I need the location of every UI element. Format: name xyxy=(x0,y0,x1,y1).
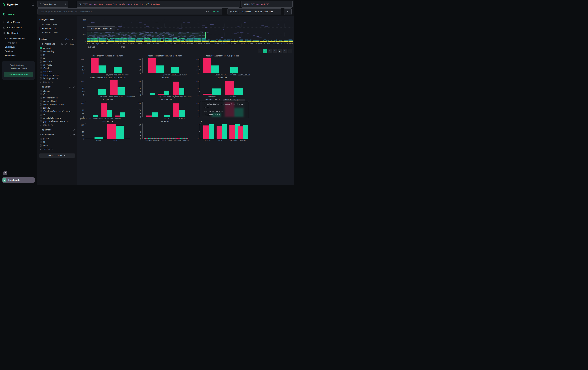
show-more-button[interactable]: Show more xyxy=(39,80,75,83)
inlier-bar[interactable] xyxy=(116,126,124,139)
outlier-bar[interactable] xyxy=(203,58,211,73)
preset-kubernetes[interactable]: Kubernetes xyxy=(0,53,37,58)
user-menu[interactable]: U Local mode xyxy=(2,177,35,183)
time-range-picker[interactable]: Sep 14 22:04:35 - Sep 15 10:04:35 xyxy=(228,8,281,15)
outlier-bar[interactable] xyxy=(230,125,235,139)
page-button-2[interactable]: 2 xyxy=(268,49,272,53)
analysis-mode-results-table[interactable]: Results Table xyxy=(40,23,75,27)
create-dashboard-button[interactable]: + Create Dashboard xyxy=(0,36,37,41)
search-icon[interactable] xyxy=(69,86,71,88)
filter-option-currency[interactable]: currency xyxy=(39,63,75,67)
search-icon[interactable] xyxy=(61,43,63,45)
filter-option-get[interactable]: GET xyxy=(39,113,75,116)
inlier-bar[interactable] xyxy=(234,88,243,95)
pin-icon[interactable] xyxy=(73,86,75,88)
checkbox[interactable] xyxy=(40,60,42,63)
show-more-button[interactable]: Show more xyxy=(39,123,75,126)
page-button-3[interactable]: 3 xyxy=(273,49,277,53)
checkbox[interactable] xyxy=(40,144,42,147)
outlier-bar[interactable] xyxy=(173,103,179,117)
sidebar-item-client-sessions[interactable]: Client Sessions xyxy=(0,25,37,30)
pin-icon[interactable] xyxy=(73,129,75,131)
inlier-bar[interactable] xyxy=(152,112,158,117)
checkbox[interactable] xyxy=(40,54,42,56)
filter-option-frontend[interactable]: frontend xyxy=(39,70,75,73)
inlier-bar[interactable] xyxy=(150,93,155,95)
filter-option-eventlistener-error[interactable]: eventListener.error xyxy=(39,103,75,106)
filter-option-ad[interactable]: ad xyxy=(39,53,75,57)
help-button[interactable]: ? xyxy=(3,171,7,175)
filter-group-header[interactable]: ServiceNameClear xyxy=(39,43,75,45)
inlier-bar[interactable] xyxy=(231,67,238,73)
inlier-bar[interactable] xyxy=(164,115,170,117)
inlier-bar[interactable] xyxy=(243,125,248,139)
checkbox[interactable] xyxy=(40,67,42,69)
inlier-bar[interactable] xyxy=(212,89,221,95)
pin-icon[interactable] xyxy=(65,43,67,45)
preset-services[interactable]: Services xyxy=(0,49,37,53)
page-button-1[interactable]: 1 xyxy=(263,49,267,53)
outlier-bar[interactable] xyxy=(115,116,120,117)
language-lucene-option[interactable]: Lucene xyxy=(213,10,220,13)
filter-option-documentload[interactable]: documentLoad xyxy=(39,100,75,103)
inlier-bar[interactable] xyxy=(211,65,219,73)
page-prev-button[interactable]: ‹ xyxy=(258,49,262,53)
filter-option-ok[interactable]: Ok xyxy=(39,140,75,144)
outlier-bar[interactable] xyxy=(225,81,234,95)
outlier-bar[interactable] xyxy=(158,94,164,95)
filter-option-error[interactable]: Error xyxy=(39,137,75,140)
sidebar-item-dashboards[interactable]: Dashboards xyxy=(0,30,37,36)
checkbox[interactable] xyxy=(40,93,42,95)
inlier-bar[interactable] xyxy=(106,110,112,117)
presets-toggle[interactable]: PRESETS xyxy=(0,41,37,45)
filter-group-header[interactable]: SpanName xyxy=(39,86,75,88)
analysis-mode-event-patterns[interactable]: Event Patterns xyxy=(40,30,75,34)
more-filters-button[interactable]: More filters xyxy=(39,153,75,158)
clear-group-button[interactable]: Clear xyxy=(70,43,75,45)
filter-option-unset[interactable]: Unset xyxy=(39,144,75,147)
filter-option-getadsbycategory[interactable]: getAdsByCategory xyxy=(39,116,75,120)
inlier-bar[interactable] xyxy=(222,124,227,139)
outlier-bar[interactable] xyxy=(173,81,179,95)
language-sql-option[interactable]: SQL xyxy=(206,10,210,13)
heatmap-canvas[interactable] xyxy=(87,20,293,42)
page-next-button[interactable]: › xyxy=(288,49,292,53)
get-started-button[interactable]: Get Started for Free xyxy=(4,72,33,77)
checkbox[interactable] xyxy=(40,90,42,92)
outlier-bar[interactable] xyxy=(238,126,243,139)
inlier-bar[interactable] xyxy=(99,65,106,73)
page-button-5[interactable]: 5 xyxy=(283,49,287,53)
checkbox[interactable] xyxy=(40,47,42,49)
inlier-bar[interactable] xyxy=(209,124,214,139)
sidebar-item-search[interactable]: Search xyxy=(0,11,37,17)
inlier-bar[interactable] xyxy=(98,89,106,95)
filter-option-documentfetch[interactable]: documentFetch xyxy=(39,96,75,100)
inlier-bar[interactable] xyxy=(156,65,164,73)
filter-option-flagd-evaluation-v1-serv-[interactable]: flagd.evaluation.v1.Serv… xyxy=(39,110,75,113)
inlier-bar[interactable] xyxy=(171,67,179,73)
inlier-bar[interactable] xyxy=(164,90,169,95)
order-by-input[interactable]: ORDER BY Timestamp DESC xyxy=(242,1,293,8)
checkbox[interactable] xyxy=(40,57,42,59)
checkbox[interactable] xyxy=(40,138,42,140)
checkbox[interactable] xyxy=(40,50,42,52)
filter-by-selection-button[interactable]: Filter by Selection xyxy=(87,26,115,31)
outlier-bar[interactable] xyxy=(217,126,222,139)
filter-option-payment[interactable]: payment xyxy=(39,46,75,50)
inlier-bar[interactable] xyxy=(93,115,98,117)
checkbox[interactable] xyxy=(40,97,42,99)
filter-option-flagd[interactable]: flagd xyxy=(39,67,75,70)
select-query-input[interactable]: SELECT Timestamp, ServiceName, StatusCod… xyxy=(77,1,240,8)
inlier-bar[interactable] xyxy=(114,67,122,73)
heatmap-selection[interactable] xyxy=(87,32,206,38)
sidebar-collapse-icon[interactable] xyxy=(32,3,34,6)
filter-option-load-generator[interactable]: load-generator xyxy=(39,77,75,80)
checkbox[interactable] xyxy=(40,71,42,73)
checkbox[interactable] xyxy=(40,64,42,66)
outlier-bar[interactable] xyxy=(101,103,106,117)
data-source-select[interactable]: Demo Traces xyxy=(38,1,68,8)
filter-option-click[interactable]: click xyxy=(39,93,75,96)
filter-option-accounting[interactable]: accounting xyxy=(39,50,75,53)
checkbox[interactable] xyxy=(40,114,42,116)
checkbox[interactable] xyxy=(40,100,42,102)
